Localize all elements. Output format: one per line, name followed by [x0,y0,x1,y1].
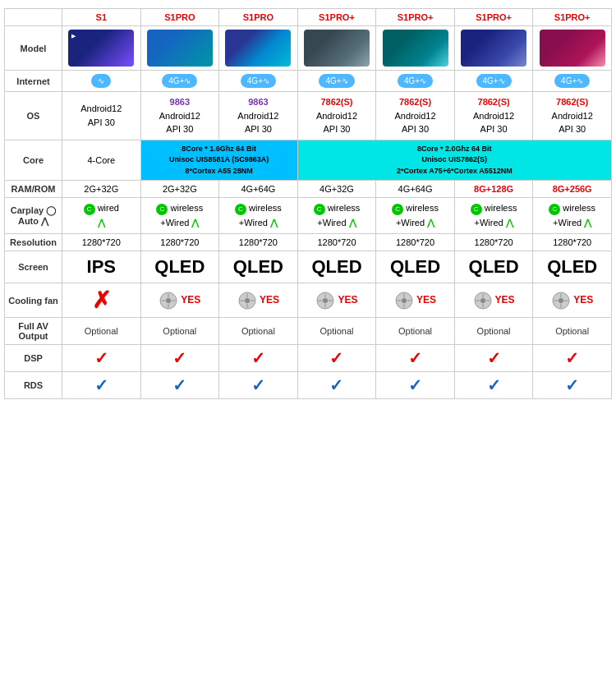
internet-row: Internet ∿ 4G+∿ 4G+∿ 4G+∿ 4G+∿ 4G+∿ 4G+∿ [5,71,612,92]
os-s1proplus2-android: Android12 [378,109,453,123]
av-s1pro-2: Optional [219,318,298,345]
svg-point-1 [166,298,171,303]
dsp-check-s1proplus2: ✓ [408,349,422,367]
header-s1pro-plus-3: S1PRO+ [454,9,533,26]
carplay-icon-s1proplus1: C [314,204,325,215]
header-empty [5,9,62,26]
os-s1proplus3-api: API 30 [457,122,531,136]
os-s1proplus4-android: Android12 [535,109,609,123]
os-s1pro2-android: Android12 [221,109,296,123]
av-s1pro-plus-1: Optional [297,318,376,345]
carplay-arrow-s1proplus3: ⋀ [506,218,513,228]
internet-s1pro-plus-1: 4G+∿ [297,71,376,92]
cooling-yes-text-6: YES [573,294,593,306]
os-s1proplus2-num: 7862(S) [378,95,453,109]
cooling-s1pro-plus-2: YES [376,283,455,318]
model-s1pro-plus-4 [533,26,612,71]
cooling-s1pro-1: YES [140,283,219,318]
svg-point-7 [402,298,407,303]
fan-icon-s1proplus4 [551,291,571,310]
svg-point-3 [245,298,250,303]
av-s1pro-plus-3: Optional [454,318,533,345]
screen-s1pro-plus-1: QLED [297,251,376,283]
internet-s1pro-2: 4G+∿ [219,71,298,92]
screen-qled-1: QLED [154,256,205,277]
dsp-s1pro-2: ✓ [219,345,298,372]
core-s1: 4-Core [62,140,141,181]
resolution-s1pro-plus-4: 1280*720 [533,234,612,251]
carplay-s1pro-plus-1: C wireless +Wired ⋀ [297,198,376,234]
av-s1pro-1: Optional [140,318,219,345]
screen-qled-6: QLED [547,256,597,277]
carplay-plus-wired-s1proplus2: +Wired [396,218,425,228]
av-s1pro-plus-4: Optional [533,318,612,345]
carplay-plus-wired-s1proplus3: +Wired [474,218,503,228]
rds-s1pro-plus-4: ✓ [533,372,612,399]
cooling-s1pro-plus-4: YES [533,283,612,318]
model-image-s1pro3 [304,30,370,67]
rds-s1pro-2: ✓ [219,372,298,399]
cooling-s1pro-plus-3: YES [454,283,533,318]
svg-point-5 [323,298,328,303]
internet-label: Internet [5,71,62,92]
av-row: Full AVOutput Optional Optional Optional… [5,318,612,345]
carplay-row: Carplay ◯Auto ⋀ C wired ⋀ C wireless +Wi… [5,198,612,234]
model-s1pro-plus-1 [297,26,376,71]
os-label: OS [5,92,62,140]
rds-check-s1proplus1: ✓ [329,376,343,394]
svg-point-9 [480,298,485,303]
model-image-s1: ▶ [68,30,134,67]
os-s1pro1-num: 9863 [143,95,218,109]
rds-check-s1: ✓ [94,376,108,394]
comparison-table: S1 S1PRO S1PRO S1PRO+ S1PRO+ S1PRO+ S1PR… [4,8,612,399]
ramrom-s1pro-plus-3: 8G+128G [454,181,533,198]
cooling-label: Cooling fan [5,283,62,318]
os-s1pro-2: 9863 Android12 API 30 [219,92,298,140]
internet-s1: ∿ [62,71,141,92]
dsp-row: DSP ✓ ✓ ✓ ✓ ✓ ✓ ✓ [5,345,612,372]
carplay-plus-wired-s1pro2: +Wired [239,218,268,228]
dsp-check-s1pro1: ✓ [172,349,186,367]
resolution-s1pro-plus-1: 1280*720 [297,234,376,251]
screen-s1pro-2: QLED [219,251,298,283]
model-s1: ▶ [62,26,141,71]
carplay-arrow-s1pro1: ⋀ [191,218,199,228]
carplay-s1pro-plus-4: C wireless +Wired ⋀ [533,198,612,234]
carplay-wireless-s1pro2: wireless [249,203,282,213]
dsp-s1pro-plus-4: ✓ [533,345,612,372]
os-s1proplus4-num: 7862(S) [535,95,609,109]
carplay-plus-wired-s1pro1: +Wired [160,218,189,228]
carplay-icon-s1proplus2: C [392,204,403,215]
ramrom-s1pro-plus-2: 4G+64G [376,181,455,198]
model-label: Model [5,26,62,71]
carplay-wireless-s1proplus3: wireless [485,203,517,213]
ramrom-s1pro-2: 4G+64G [219,181,298,198]
ramrom-s1: 2G+32G [62,181,141,198]
screen-qled-3: QLED [311,256,361,277]
internet-s1pro-plus-2: 4G+∿ [376,71,455,92]
carplay-arrow-s1proplus4: ⋀ [584,218,591,228]
dsp-s1pro-1: ✓ [140,345,219,372]
dsp-s1pro-plus-3: ✓ [454,345,533,372]
screen-ips-text: IPS [87,256,116,277]
os-s1: Android12 API 30 [62,92,141,140]
cooling-s1pro-2: YES [219,283,298,318]
header-s1pro-2: S1PRO [219,9,298,26]
os-s1-api: API 30 [64,116,139,130]
rds-s1pro-plus-3: ✓ [454,372,533,399]
model-image-s1pro1 [147,30,213,67]
os-s1proplus2-api: API 30 [378,122,453,136]
carplay-arrow-s1pro2: ⋀ [270,218,278,228]
model-s1pro-1 [140,26,219,71]
dsp-label: DSP [5,345,62,372]
header-s1pro-plus-2: S1PRO+ [376,9,455,26]
os-s1pro1-api: API 30 [143,122,218,136]
carplay-wireless-s1proplus2: wireless [406,203,439,213]
carplay-icon-s1: C [84,204,95,215]
carplay-icon-s1proplus3: C [471,204,482,215]
fan-icon-s1pro1 [159,291,178,310]
ramrom-s1pro-1: 2G+32G [140,181,219,198]
os-s1pro-plus-3: 7862(S) Android12 API 30 [454,92,533,140]
cooling-yes-text-1: YES [181,294,200,306]
os-s1proplus1-num: 7862(S) [300,95,375,109]
